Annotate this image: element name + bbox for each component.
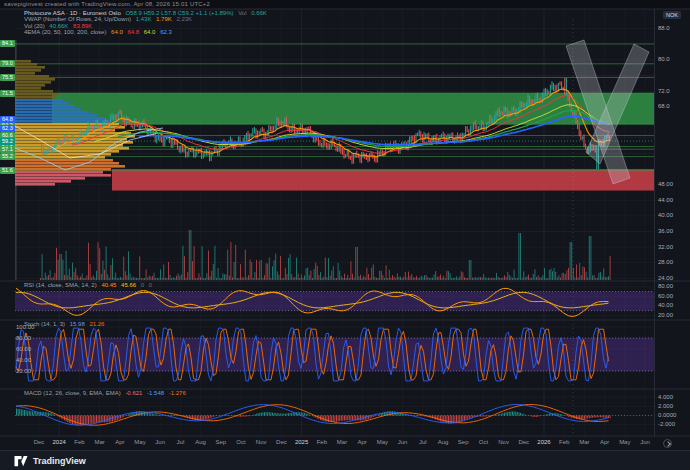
price-level-badge: 84.1: [0, 40, 15, 47]
rsi-legend[interactable]: RSI (14, close, SMA, 14, 2) 40.45 45.66 …: [24, 282, 152, 289]
ohlc-values: O58.9 H59.2 L57.8 C59.2 +1.1 (+1.89%): [125, 10, 233, 16]
rsi-title[interactable]: RSI (14, close, SMA, 14, 2): [24, 282, 97, 288]
rsi-value-4: 0: [149, 282, 152, 288]
chevron-right-icon: [665, 441, 671, 447]
ema4-title[interactable]: 4EMA (20, 50, 100, 200, close): [24, 29, 106, 35]
price-level-badge: 79.0: [0, 60, 15, 67]
vwap-value-3: 2.23K: [176, 16, 192, 22]
rsi-value-3: 0: [141, 282, 144, 288]
stoch-axis-label: 20.00: [16, 368, 31, 374]
ema-price-badge: 62.3: [0, 125, 15, 132]
channel-drawings-layer: [566, 20, 649, 436]
footer-brand[interactable]: TradingView: [33, 456, 86, 466]
price-level-badge: 71.5: [0, 90, 15, 97]
footer-bar: TradingView: [0, 450, 690, 470]
volume-ma-title[interactable]: Vol (20): [24, 23, 45, 29]
price-level-badge: 51.6: [0, 167, 15, 174]
vwap-title[interactable]: VWAP (Number Of Rows, 24, Up/Down): [24, 16, 131, 22]
tradingview-logo-icon[interactable]: [14, 455, 28, 467]
vwap-value-2: 1.79K: [156, 16, 172, 22]
macd-legend[interactable]: MACD (12, 26, close, 9, EMA, EMA) -0.621…: [24, 390, 186, 397]
volume-layer: [40, 230, 611, 280]
stoch-axis-label: 60.00: [16, 346, 31, 352]
macd-value-2: -1.548: [147, 390, 164, 396]
ema4-value-4: 62.3: [160, 29, 172, 35]
rsi-value-2: 45.66: [121, 282, 136, 288]
macd-value-3: -1.276: [169, 390, 186, 396]
price-level-badge: 57.1: [0, 146, 15, 153]
stoch-axis-label: 40.00: [16, 357, 31, 363]
macd-title[interactable]: MACD (12, 26, close, 9, EMA, EMA): [24, 390, 121, 396]
vwap-value-1: 1.43K: [136, 16, 152, 22]
price-level-badge: 55.2: [0, 153, 15, 160]
ema4-value-3: 64.0: [144, 29, 156, 35]
tradingview-window: savepiginvest created with TradingView.c…: [0, 0, 690, 470]
volume-ma-value-2: 83.89K: [73, 23, 92, 29]
rsi-pane-layer: [15, 288, 654, 316]
ema4-value-1: 64.0: [111, 29, 123, 35]
stoch-title[interactable]: Stoch (14, 1, 3): [24, 321, 65, 327]
current-price-badge: 59.2: [0, 138, 15, 145]
time-axis[interactable]: [0, 436, 654, 450]
stoch-value-2: 21.26: [89, 321, 104, 327]
rsi-value-1: 40.45: [101, 282, 116, 288]
vol-label: Vol: [238, 10, 246, 16]
stoch-value-1: 15.98: [70, 321, 85, 327]
stoch-legend[interactable]: Stoch (14, 1, 3) 15.98 21.26: [24, 321, 104, 328]
ema4-value-2: 64.8: [127, 29, 139, 35]
macd-pane-layer: [15, 405, 654, 426]
price-level-badge: 75.5: [0, 74, 15, 81]
go-to-date-icon[interactable]: [663, 439, 672, 448]
ema4-legend[interactable]: 4EMA (20, 50, 100, 200, close) 64.0 64.8…: [24, 29, 172, 36]
stoch-axis-label: 80.00: [16, 335, 31, 341]
symbol-title[interactable]: Photocure ASA · 1D · Euronext Oslo: [24, 10, 121, 16]
volume-ma-value-1: 40.66K: [49, 23, 68, 29]
price-axis[interactable]: [654, 9, 690, 436]
vol-value: 0.66K: [251, 10, 267, 16]
chart-canvas[interactable]: [0, 0, 690, 470]
ema-price-badge: 64.8: [0, 116, 15, 123]
macd-value-1: -0.621: [125, 390, 142, 396]
stoch-pane-layer: [15, 328, 654, 381]
